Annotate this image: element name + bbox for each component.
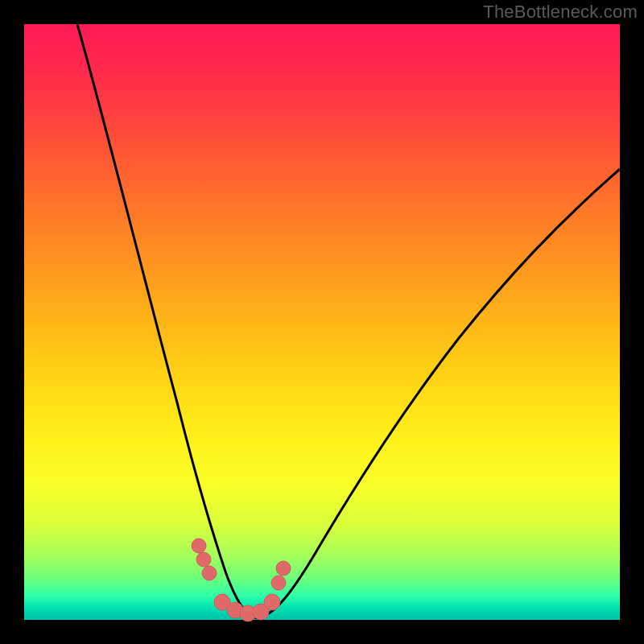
dot [202, 566, 217, 580]
dot [264, 594, 280, 610]
right-curve [258, 169, 620, 618]
plot-area [24, 24, 620, 620]
dot [192, 539, 206, 553]
watermark-text: TheBottleneck.com [483, 2, 638, 23]
bottom-dots-group [192, 539, 291, 621]
dot [196, 552, 211, 567]
left-curve [77, 24, 258, 618]
curves-svg [24, 24, 620, 620]
dot [271, 576, 286, 590]
chart-stage: TheBottleneck.com [0, 0, 644, 644]
dot [276, 561, 291, 576]
